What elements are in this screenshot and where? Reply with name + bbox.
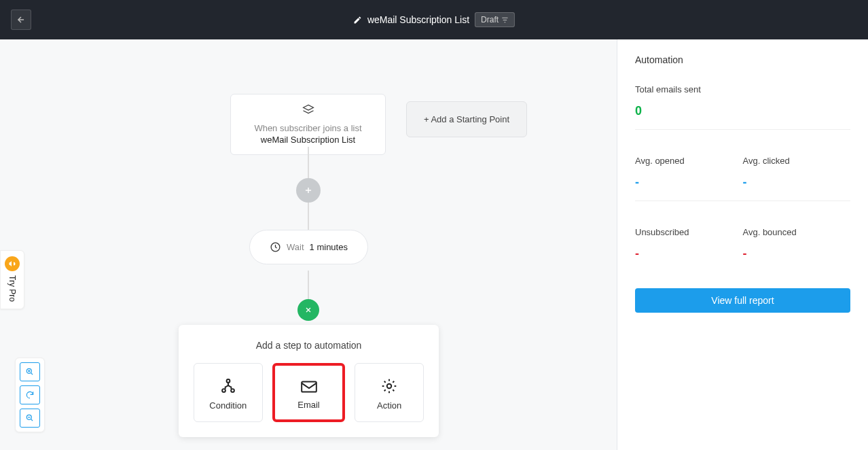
add-starting-point-label: + Add a Starting Point [424,114,509,124]
layers-icon [302,104,314,116]
svg-point-2 [231,389,234,392]
popover-title: Add a step to automation [194,340,424,351]
popover-options: Condition Email Action [194,363,424,422]
avg-bounced-label: Avg. bounced [743,227,851,237]
try-pro-tab[interactable]: Try Pro [0,250,24,309]
avg-opened-label: Avg. opened [635,156,743,166]
header-bar: weMail Subscription List Draft [0,0,868,39]
option-label: Email [297,400,320,410]
refresh-icon [25,390,35,400]
wait-step-card[interactable]: Wait 1 minutes [249,230,368,264]
svg-point-5 [387,384,392,389]
add-step-node[interactable] [296,178,321,203]
close-popover-node[interactable] [297,299,319,321]
avg-clicked-label: Avg. clicked [743,156,851,166]
option-label: Condition [209,400,247,411]
zoom-controls [15,358,45,432]
trigger-description: When subscriber joins a list [239,123,377,133]
zoom-in-button[interactable] [20,362,40,381]
status-badge[interactable]: Draft [475,12,515,27]
wait-value: 1 minutes [310,242,348,252]
avg-clicked-value: - [743,175,747,189]
unsubscribed-label: Unsubscribed [635,227,743,237]
trigger-list-name: weMail Subscription List [239,135,377,145]
option-label: Action [377,400,401,411]
zoom-reset-button[interactable] [20,385,40,404]
avg-bounced-value: - [743,247,747,260]
svg-point-3 [226,379,230,383]
clock-icon [270,241,281,253]
pencil-icon [353,16,362,24]
page-title: weMail Subscription List [367,14,469,25]
sidebar-title: Automation [635,54,850,65]
connector-line [308,203,309,230]
automation-canvas[interactable]: When subscriber joins a list weMail Subs… [0,39,617,450]
total-emails-label: Total emails sent [635,84,850,94]
plus-icon [304,186,313,195]
svg-point-1 [222,389,225,392]
option-email[interactable]: Email [272,363,346,422]
try-pro-label: Try Pro [7,275,17,302]
close-icon [304,306,312,314]
filter-icon [501,16,509,24]
option-condition[interactable]: Condition [194,363,263,422]
unsubscribed-value: - [635,247,639,260]
wait-label: Wait [287,242,304,252]
back-button[interactable] [11,10,31,30]
gear-icon [380,377,398,395]
svg-rect-4 [302,381,317,392]
trigger-card[interactable]: When subscriber joins a list weMail Subs… [230,94,386,155]
megaphone-icon [5,256,20,271]
zoom-out-button[interactable] [20,409,40,428]
header-center: weMail Subscription List Draft [353,12,515,27]
add-starting-point-button[interactable]: + Add a Starting Point [406,101,527,137]
sidebar-panel: Automation Total emails sent 0 Avg. open… [617,39,868,450]
total-emails-value: 0 [635,104,642,118]
option-action[interactable]: Action [355,363,424,422]
add-step-popover: Add a step to automation Condition Email… [179,325,439,437]
zoom-out-icon [25,413,35,423]
branch-icon [219,377,237,395]
arrow-left-icon [16,15,26,24]
zoom-in-icon [25,367,35,377]
view-full-report-button[interactable]: View full report [635,288,850,313]
avg-opened-value: - [635,175,639,189]
status-text: Draft [481,15,499,24]
mail-icon [300,379,318,394]
main-content: When subscriber joins a list weMail Subs… [0,39,868,450]
